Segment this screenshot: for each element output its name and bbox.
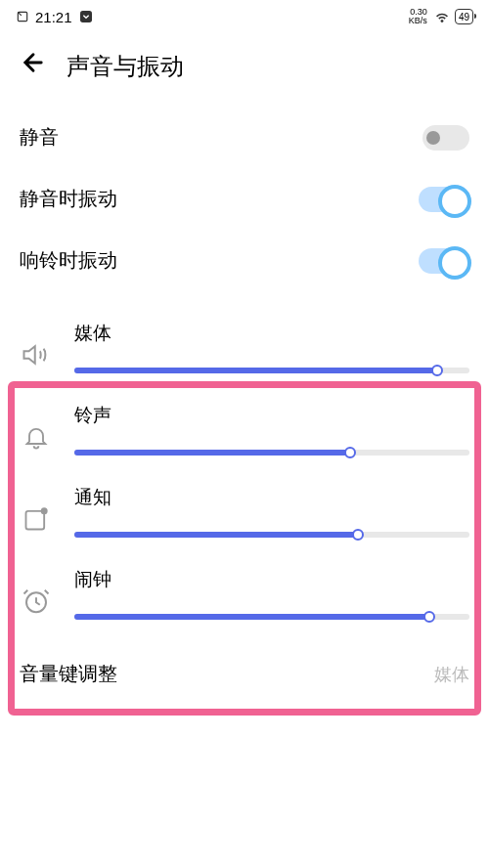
alarm-label: 闹钟 [74,567,469,592]
mute-toggle[interactable] [422,125,469,151]
wifi-icon [433,8,451,25]
notification-icon [20,502,53,536]
vibrate-mute-toggle[interactable] [419,187,469,212]
status-time: 21:21 [35,9,72,25]
volume-ringtone: 铃声 [20,403,469,456]
alarm-slider[interactable] [74,614,469,620]
battery-icon: 49 [455,9,473,24]
status-right: 0.30 KB/s 49 [409,8,473,25]
toggle-list: 静音 静音时振动 响铃时振动 [0,107,489,291]
notification-slider[interactable] [74,532,469,538]
svg-point-3 [41,507,48,514]
page-header: 声音与振动 [0,31,489,107]
media-label: 媒体 [74,321,469,346]
volume-notification: 通知 [20,485,469,538]
mute-label: 静音 [20,124,59,151]
vibrate-ring-label: 响铃时振动 [20,247,117,274]
vibrate-mute-label: 静音时振动 [20,186,117,212]
volume-section: 媒体 铃声 通知 [0,291,489,620]
alarm-icon [20,585,53,618]
net-speed: 0.30 KB/s [409,8,427,25]
svg-rect-2 [26,511,45,530]
media-slider[interactable] [74,368,469,373]
ringtone-label: 铃声 [74,403,469,428]
volume-alarm: 闹钟 [20,567,469,620]
bell-icon [20,420,53,454]
status-left: 21:21 [16,9,94,25]
volume-key-value: 媒体 [434,663,469,686]
vibrate-mute-row: 静音时振动 [20,168,469,230]
vibrate-ring-row: 响铃时振动 [20,230,469,291]
back-icon[interactable] [20,49,47,83]
sim-icon [16,10,29,23]
volume-key-label: 音量键调整 [20,661,117,687]
volume-media: 媒体 [20,321,469,373]
status-bar: 21:21 0.30 KB/s 49 [0,0,489,31]
svg-rect-1 [80,11,92,22]
speaker-icon [20,338,53,371]
mute-row: 静音 [20,107,469,168]
page-title: 声音与振动 [67,51,184,82]
app-icon [78,9,94,24]
ringtone-slider[interactable] [74,450,469,456]
vibrate-ring-toggle[interactable] [419,248,469,274]
volume-key-row[interactable]: 音量键调整 媒体 [0,649,489,699]
notification-label: 通知 [74,485,469,510]
